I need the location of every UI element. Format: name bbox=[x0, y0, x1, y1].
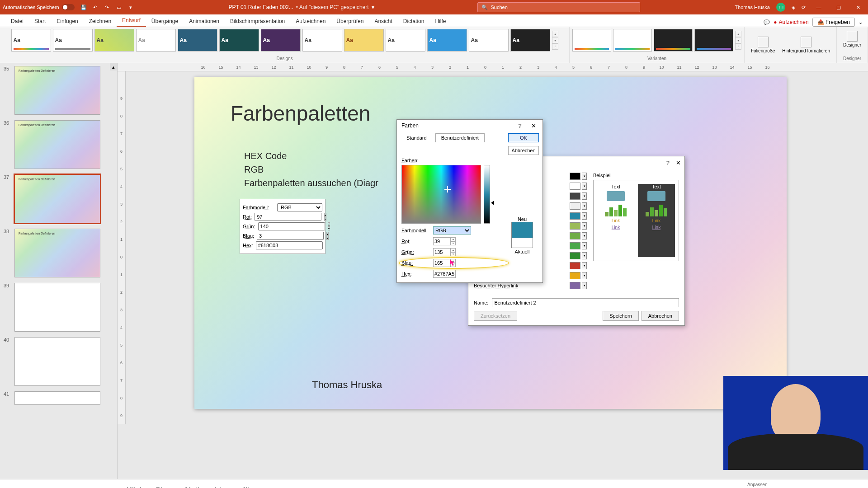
color-dropdown-icon[interactable]: ▾ bbox=[582, 192, 587, 200]
tab-einfuegen[interactable]: Einfügen bbox=[51, 16, 83, 27]
color-dropdown-icon[interactable]: ▾ bbox=[582, 262, 587, 269]
color-swatch[interactable] bbox=[570, 183, 580, 190]
color-swatch[interactable] bbox=[570, 202, 580, 210]
color-model-select[interactable]: RGB bbox=[433, 226, 471, 235]
variant-thumb[interactable] bbox=[572, 29, 611, 52]
tab-custom[interactable]: Benutzerdefiniert bbox=[435, 133, 485, 142]
close-button[interactable]: ✕ bbox=[852, 3, 865, 12]
theme-name-input[interactable] bbox=[492, 298, 679, 307]
color-swatch[interactable] bbox=[570, 262, 580, 269]
color-swatch[interactable] bbox=[570, 242, 580, 249]
search-box[interactable]: 🔍 Suchen bbox=[477, 2, 640, 12]
sync-icon[interactable]: ⟳ bbox=[802, 5, 806, 10]
share-button[interactable]: 📤 Freigeben bbox=[812, 18, 855, 27]
theme-thumb[interactable]: Aa bbox=[261, 29, 301, 52]
diamond-icon[interactable]: ◈ bbox=[792, 5, 795, 10]
tab-animationen[interactable]: Animationen bbox=[184, 16, 225, 27]
color-swatch[interactable] bbox=[570, 173, 580, 180]
redo-icon[interactable]: ↷ bbox=[104, 4, 111, 11]
theme-thumb[interactable]: Aa bbox=[136, 29, 176, 52]
slide-thumb-41[interactable] bbox=[14, 391, 100, 405]
designer-button[interactable]: Designer bbox=[840, 29, 865, 49]
undo-icon[interactable]: ↶ bbox=[92, 4, 99, 11]
dialog-close-icon[interactable]: ✕ bbox=[529, 122, 538, 129]
color-swatch[interactable] bbox=[570, 212, 580, 220]
color-dropdown-icon[interactable]: ▾ bbox=[582, 252, 587, 259]
theme-thumb[interactable]: Aa bbox=[178, 29, 217, 52]
green-spinner[interactable]: ▴▾ bbox=[450, 248, 456, 256]
user-name[interactable]: Thomas Hruska bbox=[735, 5, 770, 10]
autosave-toggle[interactable] bbox=[62, 4, 75, 10]
tab-standard[interactable]: Standard bbox=[401, 133, 433, 142]
tab-dictation[interactable]: Dictation bbox=[398, 16, 430, 27]
user-avatar[interactable]: TH bbox=[776, 3, 785, 12]
save-button[interactable]: Speichern bbox=[603, 311, 639, 321]
color-dropdown-icon[interactable]: ▾ bbox=[582, 232, 587, 239]
color-swatch[interactable] bbox=[570, 192, 580, 200]
color-dropdown-icon[interactable]: ▾ bbox=[582, 173, 587, 180]
slide-thumb-39[interactable] bbox=[14, 283, 100, 332]
variants-gallery[interactable]: ▴▾⋮ bbox=[572, 29, 741, 52]
slide-thumb-37[interactable]: Farbenpaletten Definieren bbox=[14, 174, 100, 223]
slide-thumb-35[interactable]: Farbenpaletten Definieren bbox=[14, 66, 100, 115]
tab-aufzeichnen[interactable]: Aufzeichnen bbox=[290, 16, 331, 27]
blue-input[interactable] bbox=[433, 259, 450, 267]
color-swatch[interactable] bbox=[570, 222, 580, 230]
format-background-button[interactable]: Hintergrund formatieren bbox=[778, 35, 834, 55]
slide-thumb-40[interactable] bbox=[14, 337, 100, 386]
color-dropdown-icon[interactable]: ▾ bbox=[582, 212, 587, 220]
tab-ueberpruefen[interactable]: Überprüfen bbox=[331, 16, 369, 27]
theme-thumb[interactable]: Aa bbox=[427, 29, 467, 52]
cancel-button[interactable]: Abbrechen bbox=[642, 311, 679, 321]
hex-input[interactable] bbox=[433, 270, 456, 278]
theme-thumb[interactable]: Aa bbox=[11, 29, 51, 52]
variant-thumb[interactable] bbox=[694, 29, 733, 52]
theme-thumb[interactable]: Aa bbox=[53, 29, 93, 52]
green-input[interactable] bbox=[433, 248, 450, 256]
dialog-help-icon[interactable]: ? bbox=[515, 122, 524, 129]
tab-start[interactable]: Start bbox=[29, 16, 51, 27]
color-dropdown-icon[interactable]: ▾ bbox=[582, 222, 587, 230]
theme-thumb[interactable]: Aa bbox=[469, 29, 509, 52]
red-input[interactable] bbox=[433, 237, 450, 245]
variant-thumb[interactable] bbox=[654, 29, 693, 52]
theme-thumb[interactable]: Aa bbox=[386, 29, 425, 52]
theme-thumb[interactable]: Aa bbox=[302, 29, 342, 52]
slide-thumb-38[interactable]: Farbenpaletten Definieren bbox=[14, 229, 100, 277]
tab-ansicht[interactable]: Ansicht bbox=[369, 16, 397, 27]
tab-uebergaenge[interactable]: Übergänge bbox=[146, 16, 184, 27]
lightness-slider[interactable] bbox=[484, 165, 490, 224]
ok-button[interactable]: OK bbox=[508, 133, 539, 142]
variants-more[interactable]: ▴▾⋮ bbox=[735, 29, 741, 52]
slide-size-button[interactable]: Foliengröße bbox=[747, 35, 778, 55]
slide-panel[interactable]: ▴ 35Farbenpaletten Definieren 36Farbenpa… bbox=[0, 63, 118, 479]
record-button[interactable]: ●Aufzeichnen bbox=[774, 19, 808, 25]
tab-zeichnen[interactable]: Zeichnen bbox=[84, 16, 117, 27]
color-swatch[interactable] bbox=[570, 282, 580, 289]
slideshow-icon[interactable]: ▭ bbox=[115, 4, 123, 11]
tab-entwurf[interactable]: Entwurf bbox=[117, 15, 146, 27]
theme-thumb[interactable]: Aa bbox=[94, 29, 134, 52]
color-swatch[interactable] bbox=[570, 272, 580, 279]
designs-gallery[interactable]: Aa Aa Aa Aa Aa Aa Aa Aa Aa Aa Aa Aa Aa ▴… bbox=[11, 29, 558, 52]
scroll-up-icon[interactable]: ▴ bbox=[110, 63, 117, 70]
red-spinner[interactable]: ▴▾ bbox=[450, 237, 456, 245]
designs-more[interactable]: ▴▾⋮ bbox=[552, 29, 558, 52]
color-swatch[interactable] bbox=[570, 232, 580, 239]
dialog-close-icon[interactable]: ✕ bbox=[676, 160, 681, 166]
dialog-help-icon[interactable]: ? bbox=[666, 160, 670, 166]
color-dropdown-icon[interactable]: ▾ bbox=[582, 282, 587, 289]
color-dropdown-icon[interactable]: ▾ bbox=[582, 183, 587, 190]
theme-thumb[interactable]: Aa bbox=[344, 29, 384, 52]
qat-more-icon[interactable]: ▾ bbox=[127, 4, 134, 11]
color-dropdown-icon[interactable]: ▾ bbox=[582, 272, 587, 279]
maximize-button[interactable]: ▢ bbox=[832, 3, 845, 12]
variant-thumb[interactable] bbox=[613, 29, 652, 52]
blue-spinner[interactable]: ▴▾ bbox=[450, 259, 456, 267]
collapse-ribbon-icon[interactable]: ⌄ bbox=[859, 19, 863, 25]
color-dropdown-icon[interactable]: ▾ bbox=[582, 242, 587, 249]
tab-bildschirm[interactable]: Bildschirmpräsentation bbox=[225, 16, 290, 27]
slide-thumb-36[interactable]: Farbenpaletten Definieren bbox=[14, 120, 100, 169]
notes-pane[interactable]: Klicken Sie, um Notizen hinzuzufügen bbox=[0, 479, 868, 488]
title-dropdown-icon[interactable]: ▾ bbox=[372, 4, 374, 10]
